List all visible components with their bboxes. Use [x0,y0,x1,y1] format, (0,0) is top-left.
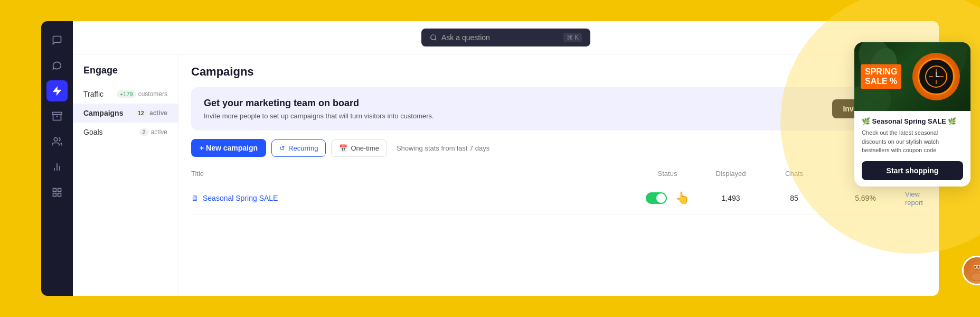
tab-one-time[interactable]: 📅 One-time [331,139,387,157]
nav-label-traffic: Traffic [83,90,103,98]
svg-point-3 [54,138,58,142]
view-report-link[interactable]: View report [905,190,923,207]
users-icon[interactable] [46,131,68,152]
one-time-label: One-time [351,144,379,152]
traffic-badge: +179 customers [117,90,167,98]
watch-image [912,53,960,100]
page-title: Campaigns [191,65,926,79]
svg-rect-7 [53,189,56,192]
card-image: SPRING SALE % [854,42,970,111]
campaigns-badge: 12 active [135,109,167,117]
messages-icon[interactable] [46,55,68,76]
svg-point-24 [975,266,976,268]
col-status: Status [636,170,699,178]
svg-point-11 [431,35,436,40]
spring-sale-badge: SPRING SALE % [861,64,901,89]
promo-heading: Get your marketing team on board [204,98,434,109]
start-shopping-button[interactable]: Start shopping [862,161,963,180]
campaign-title: Seasonal Spring SALE [203,194,278,202]
badge-line1: SPRING [865,67,897,77]
nav-item-campaigns[interactable]: Campaigns 12 active [73,104,178,123]
card-title-text: 🌿 Seasonal Spring SALE 🌿 [862,117,956,125]
action-cell: View report [905,190,926,207]
search-placeholder: Ask a question [441,33,490,42]
col-chats: Chats [762,170,826,178]
svg-rect-9 [53,193,56,197]
promo-banner: Get your marketing team on board Invite … [191,87,926,130]
campaign-name[interactable]: 🖥 Seasonal Spring SALE [191,194,636,202]
watch-face [918,58,955,95]
recurring-label: Recurring [288,144,318,152]
displayed-cell: 1,493 [699,194,762,202]
status-cell: 👆 [636,191,699,205]
svg-marker-0 [53,87,61,96]
stats-text: Showing stats from last 7 days [397,144,489,152]
apps-icon[interactable] [46,182,68,203]
search-icon [430,34,437,41]
nav-item-goals[interactable]: Goals 2 active [73,123,178,142]
svg-rect-10 [58,193,61,197]
svg-point-25 [978,266,979,268]
cursor-icon: 👆 [675,191,690,205]
svg-line-12 [435,39,437,41]
recurring-icon: ↺ [279,144,285,152]
goals-badge: 2 active [139,128,167,136]
chats-cell: 85 [762,194,826,202]
nav-label-goals: Goals [83,128,103,136]
svg-rect-1 [52,113,62,115]
promo-text: Get your marketing team on board Invite … [204,98,434,120]
col-displayed: Displayed [699,170,762,178]
nav-label-campaigns: Campaigns [83,109,123,117]
chart-icon[interactable] [46,156,68,178]
topbar: Ask a question ⌘ K [73,21,939,54]
col-title: Title [191,170,636,178]
avatar-image [964,257,980,284]
campaign-toggle[interactable] [646,192,667,204]
floating-product-card: SPRING SALE % [854,42,970,187]
search-shortcut: ⌘ K [563,33,582,42]
nav-item-traffic[interactable]: Traffic +179 customers [73,85,178,104]
nav-title: Engage [73,65,178,85]
svg-rect-8 [58,189,61,192]
avatar [962,256,980,285]
content-area: Engage Traffic +179 customers Campaigns [73,54,939,296]
search-bar[interactable]: Ask a question ⌘ K [421,29,590,46]
toolbar: + New campaign ↺ Recurring 📅 One-time Sh… [191,139,926,157]
promo-description: Invite more people to set up campaigns t… [204,112,434,120]
chat-icon[interactable] [46,30,68,51]
monitor-icon: 🖥 [191,194,199,202]
card-description: Check out the latest seasonal discounts … [862,128,963,155]
campaigns-table: Title Status Displayed Chats 🖥 Seasonal … [191,165,926,285]
table-header: Title Status Displayed Chats [191,165,926,182]
sidebar-icons [41,21,73,296]
tab-recurring[interactable]: ↺ Recurring [271,139,326,157]
conversion-cell: 5.69% [826,194,905,202]
main-content: Ask a question ⌘ K Engage Traffic +179 c… [73,21,939,296]
campaigns-content: Campaigns Get your marketing team on boa… [178,54,939,296]
inbox-icon[interactable] [46,106,68,127]
new-campaign-button[interactable]: + New campaign [191,139,266,157]
table-row: 🖥 Seasonal Spring SALE 👆 1,493 85 5.69% … [191,182,926,215]
badge-line2: SALE % [865,77,897,86]
card-body: 🌿 Seasonal Spring SALE 🌿 Check out the l… [854,111,970,187]
left-nav: Engage Traffic +179 customers Campaigns [73,54,178,296]
card-title: 🌿 Seasonal Spring SALE 🌿 [862,117,963,125]
lightning-icon[interactable] [46,80,68,101]
calendar-icon: 📅 [339,144,347,152]
